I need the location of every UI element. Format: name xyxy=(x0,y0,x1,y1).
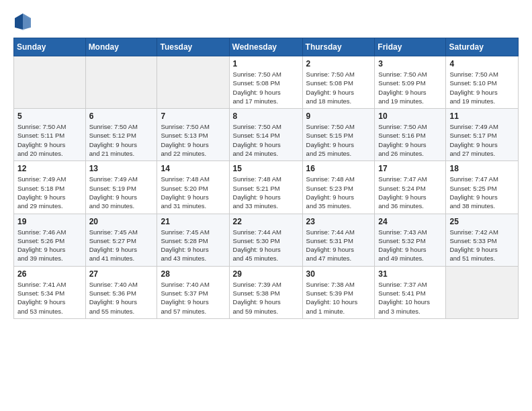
calendar-cell: 29Sunrise: 7:39 AM Sunset: 5:38 PM Dayli… xyxy=(229,266,302,318)
calendar-cell: 26Sunrise: 7:41 AM Sunset: 5:34 PM Dayli… xyxy=(14,266,86,318)
day-info: Sunrise: 7:50 AM Sunset: 5:11 PM Dayligh… xyxy=(17,122,82,158)
day-info: Sunrise: 7:38 AM Sunset: 5:39 PM Dayligh… xyxy=(306,280,371,316)
day-number: 31 xyxy=(378,269,442,279)
day-number: 21 xyxy=(161,217,225,226)
day-number: 19 xyxy=(17,217,82,226)
day-number: 6 xyxy=(89,111,154,121)
calendar-cell xyxy=(446,266,519,318)
weekday-header: Friday xyxy=(375,38,446,56)
day-number: 12 xyxy=(17,164,82,173)
day-info: Sunrise: 7:37 AM Sunset: 5:41 PM Dayligh… xyxy=(378,280,442,316)
calendar-cell: 15Sunrise: 7:48 AM Sunset: 5:21 PM Dayli… xyxy=(229,161,302,214)
calendar-cell: 13Sunrise: 7:49 AM Sunset: 5:19 PM Dayli… xyxy=(85,161,157,214)
day-info: Sunrise: 7:47 AM Sunset: 5:25 PM Dayligh… xyxy=(449,175,515,210)
day-info: Sunrise: 7:40 AM Sunset: 5:36 PM Dayligh… xyxy=(89,280,154,316)
day-number: 2 xyxy=(306,59,371,68)
day-number: 22 xyxy=(233,217,299,226)
day-info: Sunrise: 7:48 AM Sunset: 5:21 PM Dayligh… xyxy=(233,175,299,210)
calendar-cell: 11Sunrise: 7:49 AM Sunset: 5:17 PM Dayli… xyxy=(446,109,519,161)
day-info: Sunrise: 7:44 AM Sunset: 5:30 PM Dayligh… xyxy=(233,228,299,263)
day-number: 7 xyxy=(161,111,225,121)
day-info: Sunrise: 7:41 AM Sunset: 5:34 PM Dayligh… xyxy=(17,280,82,316)
day-number: 29 xyxy=(233,269,299,279)
calendar-cell: 2Sunrise: 7:50 AM Sunset: 5:08 PM Daylig… xyxy=(302,56,375,109)
calendar-week-row: 1Sunrise: 7:50 AM Sunset: 5:08 PM Daylig… xyxy=(14,56,519,109)
day-info: Sunrise: 7:48 AM Sunset: 5:20 PM Dayligh… xyxy=(161,175,225,210)
day-number: 27 xyxy=(89,269,154,279)
day-number: 14 xyxy=(161,164,225,173)
day-number: 24 xyxy=(378,217,442,226)
day-number: 11 xyxy=(449,111,515,121)
calendar-cell: 6Sunrise: 7:50 AM Sunset: 5:12 PM Daylig… xyxy=(85,109,157,161)
calendar-header-row: SundayMondayTuesdayWednesdayThursdayFrid… xyxy=(14,38,519,56)
day-info: Sunrise: 7:50 AM Sunset: 5:09 PM Dayligh… xyxy=(378,70,442,105)
calendar-week-row: 19Sunrise: 7:46 AM Sunset: 5:26 PM Dayli… xyxy=(14,214,519,266)
calendar-cell: 24Sunrise: 7:43 AM Sunset: 5:32 PM Dayli… xyxy=(375,214,446,266)
day-info: Sunrise: 7:49 AM Sunset: 5:19 PM Dayligh… xyxy=(89,175,154,210)
calendar-cell: 1Sunrise: 7:50 AM Sunset: 5:08 PM Daylig… xyxy=(229,56,302,109)
calendar-cell: 9Sunrise: 7:50 AM Sunset: 5:15 PM Daylig… xyxy=(302,109,375,161)
day-number: 3 xyxy=(378,59,442,68)
day-info: Sunrise: 7:48 AM Sunset: 5:23 PM Dayligh… xyxy=(306,175,371,210)
day-number: 13 xyxy=(89,164,154,173)
calendar-cell: 7Sunrise: 7:50 AM Sunset: 5:13 PM Daylig… xyxy=(157,109,229,161)
weekday-header: Thursday xyxy=(302,38,375,56)
day-info: Sunrise: 7:50 AM Sunset: 5:15 PM Dayligh… xyxy=(306,122,371,158)
calendar-cell: 23Sunrise: 7:44 AM Sunset: 5:31 PM Dayli… xyxy=(302,214,375,266)
day-info: Sunrise: 7:47 AM Sunset: 5:24 PM Dayligh… xyxy=(378,175,442,210)
calendar-cell: 12Sunrise: 7:49 AM Sunset: 5:18 PM Dayli… xyxy=(14,161,86,214)
calendar-cell: 27Sunrise: 7:40 AM Sunset: 5:36 PM Dayli… xyxy=(85,266,157,318)
day-info: Sunrise: 7:45 AM Sunset: 5:27 PM Dayligh… xyxy=(89,228,154,263)
day-number: 5 xyxy=(17,111,82,121)
day-info: Sunrise: 7:42 AM Sunset: 5:33 PM Dayligh… xyxy=(449,228,515,263)
logo-icon xyxy=(13,12,32,31)
header xyxy=(13,12,519,31)
day-info: Sunrise: 7:50 AM Sunset: 5:12 PM Dayligh… xyxy=(89,122,154,158)
calendar-cell: 19Sunrise: 7:46 AM Sunset: 5:26 PM Dayli… xyxy=(14,214,86,266)
day-number: 9 xyxy=(306,111,371,121)
calendar-table: SundayMondayTuesdayWednesdayThursdayFrid… xyxy=(13,38,519,319)
calendar-cell: 10Sunrise: 7:50 AM Sunset: 5:16 PM Dayli… xyxy=(375,109,446,161)
calendar-cell: 25Sunrise: 7:42 AM Sunset: 5:33 PM Dayli… xyxy=(446,214,519,266)
day-info: Sunrise: 7:39 AM Sunset: 5:38 PM Dayligh… xyxy=(233,280,299,316)
day-info: Sunrise: 7:40 AM Sunset: 5:37 PM Dayligh… xyxy=(161,280,225,316)
calendar-week-row: 5Sunrise: 7:50 AM Sunset: 5:11 PM Daylig… xyxy=(14,109,519,161)
calendar-cell: 30Sunrise: 7:38 AM Sunset: 5:39 PM Dayli… xyxy=(302,266,375,318)
day-number: 10 xyxy=(378,111,442,121)
day-info: Sunrise: 7:43 AM Sunset: 5:32 PM Dayligh… xyxy=(378,228,442,263)
weekday-header: Saturday xyxy=(446,38,519,56)
calendar-cell: 3Sunrise: 7:50 AM Sunset: 5:09 PM Daylig… xyxy=(375,56,446,109)
calendar-cell xyxy=(14,56,86,109)
calendar-cell xyxy=(85,56,157,109)
calendar-week-row: 26Sunrise: 7:41 AM Sunset: 5:34 PM Dayli… xyxy=(14,266,519,318)
day-info: Sunrise: 7:45 AM Sunset: 5:28 PM Dayligh… xyxy=(161,228,225,263)
calendar-cell: 16Sunrise: 7:48 AM Sunset: 5:23 PM Dayli… xyxy=(302,161,375,214)
page: SundayMondayTuesdayWednesdayThursdayFrid… xyxy=(0,0,532,331)
calendar-cell: 21Sunrise: 7:45 AM Sunset: 5:28 PM Dayli… xyxy=(157,214,229,266)
weekday-header: Wednesday xyxy=(229,38,302,56)
calendar-cell: 4Sunrise: 7:50 AM Sunset: 5:10 PM Daylig… xyxy=(446,56,519,109)
calendar-cell: 31Sunrise: 7:37 AM Sunset: 5:41 PM Dayli… xyxy=(375,266,446,318)
svg-marker-1 xyxy=(23,13,31,30)
day-info: Sunrise: 7:50 AM Sunset: 5:16 PM Dayligh… xyxy=(378,122,442,158)
calendar-cell: 14Sunrise: 7:48 AM Sunset: 5:20 PM Dayli… xyxy=(157,161,229,214)
weekday-header: Sunday xyxy=(14,38,86,56)
day-number: 23 xyxy=(306,217,371,226)
calendar-cell: 5Sunrise: 7:50 AM Sunset: 5:11 PM Daylig… xyxy=(14,109,86,161)
day-info: Sunrise: 7:50 AM Sunset: 5:13 PM Dayligh… xyxy=(161,122,225,158)
calendar-cell: 28Sunrise: 7:40 AM Sunset: 5:37 PM Dayli… xyxy=(157,266,229,318)
day-number: 15 xyxy=(233,164,299,173)
svg-marker-2 xyxy=(15,13,23,30)
day-number: 20 xyxy=(89,217,154,226)
day-number: 8 xyxy=(233,111,299,121)
day-number: 4 xyxy=(449,59,515,68)
calendar-cell: 22Sunrise: 7:44 AM Sunset: 5:30 PM Dayli… xyxy=(229,214,302,266)
day-info: Sunrise: 7:50 AM Sunset: 5:14 PM Dayligh… xyxy=(233,122,299,158)
calendar-cell: 18Sunrise: 7:47 AM Sunset: 5:25 PM Dayli… xyxy=(446,161,519,214)
day-info: Sunrise: 7:50 AM Sunset: 5:08 PM Dayligh… xyxy=(306,70,371,105)
day-info: Sunrise: 7:44 AM Sunset: 5:31 PM Dayligh… xyxy=(306,228,371,263)
day-info: Sunrise: 7:49 AM Sunset: 5:18 PM Dayligh… xyxy=(17,175,82,210)
day-info: Sunrise: 7:46 AM Sunset: 5:26 PM Dayligh… xyxy=(17,228,82,263)
day-info: Sunrise: 7:50 AM Sunset: 5:08 PM Dayligh… xyxy=(233,70,299,105)
calendar-cell: 8Sunrise: 7:50 AM Sunset: 5:14 PM Daylig… xyxy=(229,109,302,161)
